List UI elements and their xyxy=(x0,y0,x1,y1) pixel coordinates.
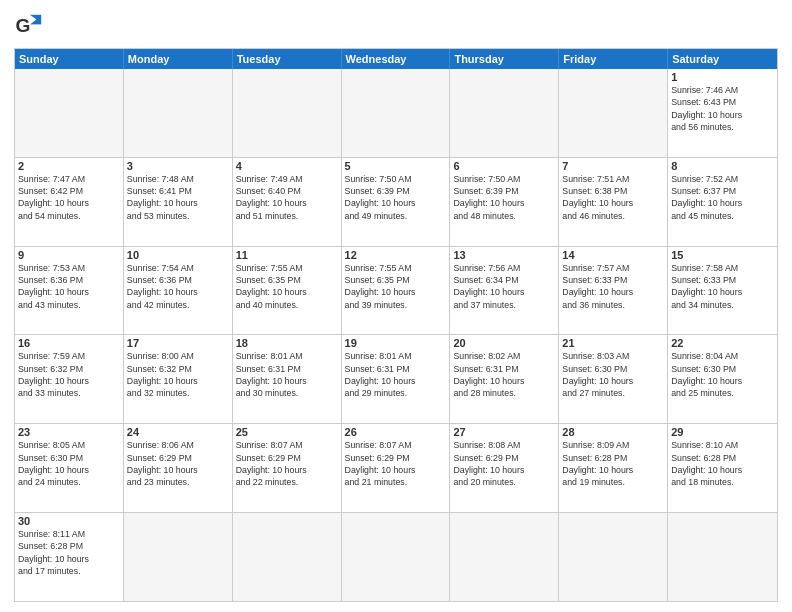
calendar-cell: 27Sunrise: 8:08 AM Sunset: 6:29 PM Dayli… xyxy=(450,424,559,512)
calendar-row: 30Sunrise: 8:11 AM Sunset: 6:28 PM Dayli… xyxy=(15,513,777,601)
calendar-cell: 11Sunrise: 7:55 AM Sunset: 6:35 PM Dayli… xyxy=(233,247,342,335)
calendar-cell: 6Sunrise: 7:50 AM Sunset: 6:39 PM Daylig… xyxy=(450,158,559,246)
day-number: 15 xyxy=(671,249,774,261)
day-number: 25 xyxy=(236,426,338,438)
day-info: Sunrise: 7:52 AM Sunset: 6:37 PM Dayligh… xyxy=(671,173,774,222)
day-info: Sunrise: 7:50 AM Sunset: 6:39 PM Dayligh… xyxy=(345,173,447,222)
day-number: 27 xyxy=(453,426,555,438)
day-info: Sunrise: 8:09 AM Sunset: 6:28 PM Dayligh… xyxy=(562,439,664,488)
calendar-cell: 9Sunrise: 7:53 AM Sunset: 6:36 PM Daylig… xyxy=(15,247,124,335)
day-number: 26 xyxy=(345,426,447,438)
day-info: Sunrise: 8:07 AM Sunset: 6:29 PM Dayligh… xyxy=(236,439,338,488)
calendar-cell: 23Sunrise: 8:05 AM Sunset: 6:30 PM Dayli… xyxy=(15,424,124,512)
calendar-cell: 19Sunrise: 8:01 AM Sunset: 6:31 PM Dayli… xyxy=(342,335,451,423)
day-number: 20 xyxy=(453,337,555,349)
calendar-cell: 5Sunrise: 7:50 AM Sunset: 6:39 PM Daylig… xyxy=(342,158,451,246)
day-number: 6 xyxy=(453,160,555,172)
calendar-cell xyxy=(450,69,559,157)
day-info: Sunrise: 7:56 AM Sunset: 6:34 PM Dayligh… xyxy=(453,262,555,311)
day-info: Sunrise: 7:59 AM Sunset: 6:32 PM Dayligh… xyxy=(18,350,120,399)
calendar-cell: 8Sunrise: 7:52 AM Sunset: 6:37 PM Daylig… xyxy=(668,158,777,246)
day-number: 10 xyxy=(127,249,229,261)
day-number: 21 xyxy=(562,337,664,349)
logo: G xyxy=(14,10,50,42)
calendar-cell: 3Sunrise: 7:48 AM Sunset: 6:41 PM Daylig… xyxy=(124,158,233,246)
day-info: Sunrise: 7:50 AM Sunset: 6:39 PM Dayligh… xyxy=(453,173,555,222)
calendar-cell: 20Sunrise: 8:02 AM Sunset: 6:31 PM Dayli… xyxy=(450,335,559,423)
calendar-cell xyxy=(342,513,451,601)
day-info: Sunrise: 7:48 AM Sunset: 6:41 PM Dayligh… xyxy=(127,173,229,222)
calendar-cell xyxy=(15,69,124,157)
calendar-row: 9Sunrise: 7:53 AM Sunset: 6:36 PM Daylig… xyxy=(15,247,777,336)
day-info: Sunrise: 7:54 AM Sunset: 6:36 PM Dayligh… xyxy=(127,262,229,311)
day-info: Sunrise: 8:02 AM Sunset: 6:31 PM Dayligh… xyxy=(453,350,555,399)
day-info: Sunrise: 7:55 AM Sunset: 6:35 PM Dayligh… xyxy=(345,262,447,311)
calendar-day-header: Sunday xyxy=(15,49,124,69)
calendar-day-header: Thursday xyxy=(450,49,559,69)
calendar-body: 1Sunrise: 7:46 AM Sunset: 6:43 PM Daylig… xyxy=(15,69,777,601)
calendar-cell: 13Sunrise: 7:56 AM Sunset: 6:34 PM Dayli… xyxy=(450,247,559,335)
svg-text:G: G xyxy=(16,15,31,36)
day-info: Sunrise: 7:47 AM Sunset: 6:42 PM Dayligh… xyxy=(18,173,120,222)
calendar-cell xyxy=(342,69,451,157)
day-info: Sunrise: 7:51 AM Sunset: 6:38 PM Dayligh… xyxy=(562,173,664,222)
calendar-day-header: Wednesday xyxy=(342,49,451,69)
calendar-cell xyxy=(559,69,668,157)
day-number: 7 xyxy=(562,160,664,172)
day-info: Sunrise: 7:58 AM Sunset: 6:33 PM Dayligh… xyxy=(671,262,774,311)
day-info: Sunrise: 7:53 AM Sunset: 6:36 PM Dayligh… xyxy=(18,262,120,311)
calendar-cell xyxy=(233,513,342,601)
day-number: 2 xyxy=(18,160,120,172)
calendar-cell: 29Sunrise: 8:10 AM Sunset: 6:28 PM Dayli… xyxy=(668,424,777,512)
day-info: Sunrise: 7:55 AM Sunset: 6:35 PM Dayligh… xyxy=(236,262,338,311)
calendar-cell: 28Sunrise: 8:09 AM Sunset: 6:28 PM Dayli… xyxy=(559,424,668,512)
day-info: Sunrise: 8:07 AM Sunset: 6:29 PM Dayligh… xyxy=(345,439,447,488)
calendar-cell: 30Sunrise: 8:11 AM Sunset: 6:28 PM Dayli… xyxy=(15,513,124,601)
calendar-cell xyxy=(124,513,233,601)
calendar-row: 16Sunrise: 7:59 AM Sunset: 6:32 PM Dayli… xyxy=(15,335,777,424)
day-number: 17 xyxy=(127,337,229,349)
calendar-cell: 24Sunrise: 8:06 AM Sunset: 6:29 PM Dayli… xyxy=(124,424,233,512)
day-info: Sunrise: 8:06 AM Sunset: 6:29 PM Dayligh… xyxy=(127,439,229,488)
day-number: 29 xyxy=(671,426,774,438)
day-info: Sunrise: 8:03 AM Sunset: 6:30 PM Dayligh… xyxy=(562,350,664,399)
header: G xyxy=(14,10,778,42)
calendar-cell: 25Sunrise: 8:07 AM Sunset: 6:29 PM Dayli… xyxy=(233,424,342,512)
calendar: SundayMondayTuesdayWednesdayThursdayFrid… xyxy=(14,48,778,602)
day-info: Sunrise: 8:08 AM Sunset: 6:29 PM Dayligh… xyxy=(453,439,555,488)
calendar-cell: 10Sunrise: 7:54 AM Sunset: 6:36 PM Dayli… xyxy=(124,247,233,335)
calendar-cell: 22Sunrise: 8:04 AM Sunset: 6:30 PM Dayli… xyxy=(668,335,777,423)
day-number: 30 xyxy=(18,515,120,527)
calendar-cell: 15Sunrise: 7:58 AM Sunset: 6:33 PM Dayli… xyxy=(668,247,777,335)
calendar-cell xyxy=(668,513,777,601)
calendar-cell: 17Sunrise: 8:00 AM Sunset: 6:32 PM Dayli… xyxy=(124,335,233,423)
day-info: Sunrise: 8:00 AM Sunset: 6:32 PM Dayligh… xyxy=(127,350,229,399)
day-info: Sunrise: 7:46 AM Sunset: 6:43 PM Dayligh… xyxy=(671,84,774,133)
day-info: Sunrise: 8:10 AM Sunset: 6:28 PM Dayligh… xyxy=(671,439,774,488)
calendar-cell: 26Sunrise: 8:07 AM Sunset: 6:29 PM Dayli… xyxy=(342,424,451,512)
day-number: 14 xyxy=(562,249,664,261)
day-number: 16 xyxy=(18,337,120,349)
calendar-cell: 4Sunrise: 7:49 AM Sunset: 6:40 PM Daylig… xyxy=(233,158,342,246)
calendar-header: SundayMondayTuesdayWednesdayThursdayFrid… xyxy=(15,49,777,69)
day-info: Sunrise: 7:57 AM Sunset: 6:33 PM Dayligh… xyxy=(562,262,664,311)
day-number: 1 xyxy=(671,71,774,83)
calendar-day-header: Friday xyxy=(559,49,668,69)
day-info: Sunrise: 7:49 AM Sunset: 6:40 PM Dayligh… xyxy=(236,173,338,222)
day-number: 19 xyxy=(345,337,447,349)
calendar-row: 1Sunrise: 7:46 AM Sunset: 6:43 PM Daylig… xyxy=(15,69,777,158)
day-info: Sunrise: 8:11 AM Sunset: 6:28 PM Dayligh… xyxy=(18,528,120,577)
day-number: 22 xyxy=(671,337,774,349)
day-number: 24 xyxy=(127,426,229,438)
day-number: 12 xyxy=(345,249,447,261)
calendar-cell: 21Sunrise: 8:03 AM Sunset: 6:30 PM Dayli… xyxy=(559,335,668,423)
day-number: 18 xyxy=(236,337,338,349)
calendar-cell: 1Sunrise: 7:46 AM Sunset: 6:43 PM Daylig… xyxy=(668,69,777,157)
calendar-row: 23Sunrise: 8:05 AM Sunset: 6:30 PM Dayli… xyxy=(15,424,777,513)
day-number: 28 xyxy=(562,426,664,438)
page: G SundayMondayTuesdayWednesdayThursdayFr… xyxy=(0,0,792,612)
day-number: 5 xyxy=(345,160,447,172)
calendar-day-header: Saturday xyxy=(668,49,777,69)
calendar-cell: 16Sunrise: 7:59 AM Sunset: 6:32 PM Dayli… xyxy=(15,335,124,423)
calendar-cell: 7Sunrise: 7:51 AM Sunset: 6:38 PM Daylig… xyxy=(559,158,668,246)
